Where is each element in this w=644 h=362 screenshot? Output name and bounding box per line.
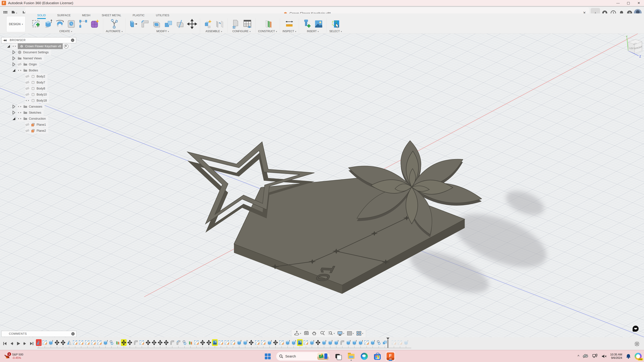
- expand-closed-icon[interactable]: [12, 104, 16, 109]
- timeline-item-sketch[interactable]: [42, 339, 48, 346]
- timeline-item-extrude[interactable]: [267, 339, 272, 346]
- fillet-icon[interactable]: [140, 19, 150, 29]
- insert-fastener-icon[interactable]: [302, 19, 312, 29]
- visibility-off-icon[interactable]: [25, 86, 30, 91]
- tray-chevron-icon[interactable]: ^: [578, 354, 579, 359]
- ribbon-group-label[interactable]: INSERT ▾: [307, 30, 319, 33]
- file-explorer-button[interactable]: [346, 352, 356, 361]
- shell-icon[interactable]: [152, 19, 162, 29]
- store-button[interactable]: [373, 352, 382, 361]
- tree-item-label[interactable]: Plane2: [36, 129, 46, 133]
- visibility-on-icon[interactable]: [18, 68, 22, 72]
- ribbon-tab-sheet-metal[interactable]: SHEET METAL: [102, 14, 121, 19]
- ribbon-group-label[interactable]: CONFIGURE ▾: [232, 30, 250, 33]
- form-icon[interactable]: [90, 19, 100, 29]
- configure-icon[interactable]: [230, 19, 241, 29]
- weather-stocks-widget[interactable]: 1 S&P 500 -0.45%: [4, 353, 23, 360]
- tree-item-label[interactable]: Body18: [36, 99, 47, 102]
- ribbon-tab-surface[interactable]: SURFACE: [57, 14, 70, 19]
- create-sketch-icon[interactable]: [31, 19, 42, 29]
- ribbon-group-label[interactable]: MODIFY ▾: [156, 30, 169, 33]
- timeline-item-extrude[interactable]: [309, 339, 315, 346]
- ribbon-tab-mesh[interactable]: MESH: [82, 14, 90, 19]
- joint-icon[interactable]: [214, 19, 225, 29]
- timeline-item-extrude[interactable]: [327, 339, 333, 346]
- timeline-item-move[interactable]: [157, 339, 163, 346]
- tree-row[interactable]: Body7: [1, 79, 76, 85]
- measure-icon[interactable]: [284, 19, 294, 29]
- model-canvas[interactable]: 01: [0, 34, 644, 337]
- construct-plane-icon[interactable]: [262, 19, 273, 29]
- minimize-button[interactable]: —: [613, 0, 623, 6]
- timeline-item-sketch[interactable]: [391, 339, 397, 346]
- tree-row[interactable]: Plane1: [1, 122, 76, 128]
- tree-item-label[interactable]: Named Views: [23, 57, 42, 60]
- ribbon-group-label[interactable]: ASSEMBLE ▾: [206, 30, 222, 33]
- onedrive-icon[interactable]: [582, 353, 589, 360]
- timeline-item-extrude[interactable]: [358, 339, 364, 346]
- timeline-item-move[interactable]: [315, 339, 321, 346]
- tree-item-label[interactable]: Crown Flower Keychain v8: [25, 44, 61, 48]
- fusion-360-taskbar-button[interactable]: F360: [386, 352, 395, 361]
- browser-collapse-icon[interactable]: ◀◀: [3, 39, 6, 42]
- ribbon-group-label[interactable]: SELECT ▾: [330, 30, 342, 33]
- timeline-item-sketch[interactable]: [96, 339, 102, 346]
- split-icon[interactable]: [175, 19, 186, 29]
- tree-row[interactable]: Body10: [1, 91, 76, 97]
- timeline-item-extrude[interactable]: [321, 339, 327, 346]
- timeline-item-move[interactable]: [145, 339, 151, 346]
- insert-canvas-icon[interactable]: [314, 19, 324, 29]
- tree-item-label[interactable]: Body7: [36, 81, 45, 84]
- workspace-selector[interactable]: DESIGN ▾: [6, 16, 26, 32]
- tree-row[interactable]: Body8: [1, 85, 76, 91]
- add-comment-icon[interactable]: +: [71, 332, 75, 336]
- selected-item-bar[interactable]: Crown Flower Keychain v8: [18, 43, 63, 49]
- tree-item-label[interactable]: Body10: [36, 93, 47, 96]
- expand-closed-icon[interactable]: [12, 110, 16, 115]
- timeline-item-sketch[interactable]: [90, 339, 96, 346]
- timeline-item-extrude[interactable]: [334, 339, 339, 346]
- timeline-item-copy[interactable]: [109, 339, 114, 346]
- visibility-on-icon[interactable]: [25, 98, 30, 103]
- extrude-icon[interactable]: [43, 19, 53, 29]
- timeline-item-sketch[interactable]: [218, 339, 224, 346]
- timeline-item-sketch[interactable]: [303, 339, 309, 346]
- viewports-icon[interactable]: ▾: [356, 331, 363, 336]
- clock[interactable]: 10:35 AM 9/6/2024: [610, 353, 622, 360]
- volume-muted-icon[interactable]: [601, 353, 607, 359]
- grid-settings-icon[interactable]: ▾: [347, 331, 354, 336]
- visibility-off-icon[interactable]: [18, 62, 22, 66]
- model-scene[interactable]: 01: [0, 34, 644, 337]
- timeline-item-move[interactable]: [151, 339, 157, 346]
- maximize-button[interactable]: ▢: [623, 0, 634, 6]
- expand-open-icon[interactable]: [12, 68, 16, 72]
- tree-row[interactable]: Body18: [1, 97, 76, 104]
- timeline-item-extrude[interactable]: [103, 339, 108, 346]
- ribbon-group-label[interactable]: AUTOMATE ▾: [106, 30, 122, 33]
- timeline-item-move[interactable]: [54, 339, 60, 346]
- timeline-item-sketch[interactable]: [397, 339, 403, 346]
- press-pull-icon[interactable]: [128, 19, 138, 29]
- pattern-icon[interactable]: [78, 19, 88, 29]
- visibility-off-icon[interactable]: [25, 74, 30, 79]
- timeline-item-move[interactable]: [206, 339, 212, 346]
- tree-row[interactable]: Named Views: [1, 55, 76, 61]
- timeline-item-move[interactable]: [200, 339, 206, 346]
- ribbon-group-label[interactable]: CONSTRUCT ▾: [258, 30, 277, 33]
- timeline-item-sketch[interactable]: [139, 339, 145, 346]
- select-icon[interactable]: [330, 19, 341, 29]
- timeline-item-extrude[interactable]: [403, 339, 409, 346]
- timeline-item-extrude[interactable]: [346, 339, 351, 346]
- tree-row[interactable]: Construction: [1, 116, 76, 122]
- timeline-item-move[interactable]: [60, 339, 66, 346]
- ribbon-tab-plastic[interactable]: PLASTIC: [133, 14, 144, 19]
- visibility-off-icon[interactable]: [25, 122, 30, 127]
- ribbon-tab-utilities[interactable]: UTILITIES: [156, 14, 169, 19]
- notification-bell-icon[interactable]: [625, 353, 632, 360]
- visibility-off-icon[interactable]: [25, 92, 30, 97]
- timeline-item-canvas[interactable]: [212, 339, 218, 346]
- config-table-icon[interactable]: [242, 19, 252, 29]
- visibility-off-icon[interactable]: [25, 129, 30, 133]
- timeline-item-fillet[interactable]: [340, 339, 345, 346]
- tree-item-label[interactable]: Sketches: [29, 111, 41, 114]
